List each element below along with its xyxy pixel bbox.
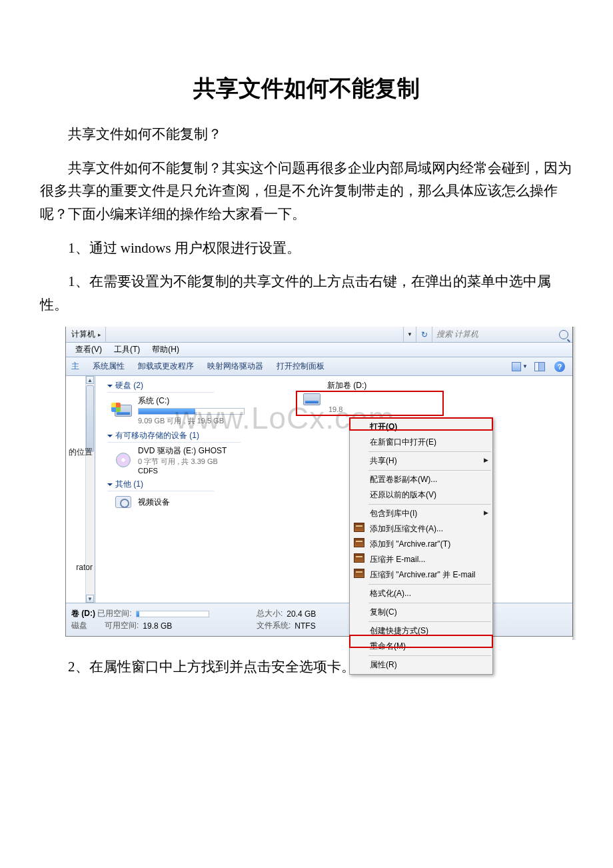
step1-body: 1、在需要设置为不能复制的共享文件的上方点击右键，在弹出的菜单中选中属性。 [40,270,573,316]
archive-icon [354,553,364,563]
search-icon [559,330,568,339]
group-other[interactable]: 其他 (1) [107,479,214,491]
details-fs-val: NTFS [295,621,315,631]
drive-dvd-info: 0 字节 可用 , 共 3.39 GB [138,457,227,467]
cmd-system-properties[interactable]: 系统属性 [86,361,131,372]
cmd-uninstall[interactable]: 卸载或更改程序 [131,361,201,372]
ctx-open-new-window[interactable]: 在新窗口中打开(E) [350,435,492,450]
details-used-bar [136,611,209,617]
group-collapse-icon [107,435,113,437]
drive-c-label: 系统 (C:) [138,395,245,407]
nav-pane: ▲ ▼ 的位置 rator [66,376,95,603]
nav-item-fragment-2: rator [76,563,93,572]
archive-icon [354,523,364,532]
preview-pane-button[interactable] [531,360,548,373]
drive-c-info: 9.09 GB 可用 , 共 19.5 GB [138,416,245,426]
details-pane: 卷 (D:) 已用空间: 磁盘 可用空间: 19.8 GB 总大小: 20.4 … [66,603,572,636]
ctx-shadow-copy[interactable]: 配置卷影副本(W)... [350,472,492,487]
drive-c[interactable]: 系统 (C:) 9.09 GB 可用 , 共 19.5 GB [114,395,274,426]
refresh-icon: ↻ [421,330,428,339]
details-free-val: 19.8 GB [143,621,172,631]
group-removable[interactable]: 有可移动存储的设备 (1) [107,430,241,443]
cmd-map-network[interactable]: 映射网络驱动器 [201,361,270,372]
step2: 2、在属性窗口中上方找到并点击安全选项卡。 [40,655,573,679]
scroll-down-icon[interactable]: ▼ [86,595,94,603]
drive-d-label[interactable]: 新加卷 (D:) [327,380,366,391]
annotation-highlight-open [349,417,493,431]
views-button[interactable]: ▼ [511,360,528,373]
group-harddisks[interactable]: 硬盘 (2) [107,380,214,393]
command-bar: 主 系统属性 卸载或更改程序 映射网络驱动器 打开控制面板 ▼ ? [66,357,572,376]
archive-icon [354,538,364,547]
archive-icon [354,569,364,578]
menu-view[interactable]: 查看(V) [75,344,102,355]
cmd-control-panel[interactable]: 打开控制面板 [270,361,331,372]
help-icon: ? [554,361,565,372]
address-bar: 计算机 ▸ ▼ ↻ 搜索 计算机 [66,327,572,343]
video-device[interactable]: 视频设备 [114,494,274,510]
details-used-label: 已用空间: [97,608,131,619]
group-collapse-icon [107,385,113,387]
menu-tools[interactable]: 工具(T) [114,344,140,355]
doc-title: 共享文件如何不能复制 [40,73,573,104]
scroll-thumb[interactable] [86,385,94,452]
drive-dvd-label: DVD 驱动器 (E:) GHOST [138,445,227,457]
refresh-button[interactable]: ↻ [416,327,432,342]
ctx-rar-mail[interactable]: 压缩并 E-mail... [350,552,492,567]
camera-icon [115,496,131,508]
ctx-copy[interactable]: 复制(C) [350,605,492,620]
ctx-rar-to[interactable]: 添加到 "Archive.rar"(T) [350,537,492,552]
menu-help[interactable]: 帮助(H) [152,344,179,355]
ctx-format[interactable]: 格式化(A)... [350,586,492,601]
main-pane: www.LoCx.com 硬盘 (2) 系统 (C:) 9.09 GB 可用 ,… [95,376,572,603]
ctx-include-library[interactable]: 包含到库中(I)▶ [350,506,492,521]
submenu-arrow-icon: ▶ [484,457,488,463]
cmd-cut-left: 主 [70,361,86,372]
annotation-highlight-selection [296,391,444,416]
help-button[interactable]: ? [551,360,568,373]
ctx-share[interactable]: 共享(H)▶ [350,453,492,469]
ctx-properties[interactable]: 属性(R) [350,657,492,673]
intro-short: 共享文件如何不能复制？ [40,123,573,146]
details-type: 磁盘 [71,620,87,631]
details-fs-label: 文件系统: [257,620,291,631]
screenshot-explorer: 计算机 ▸ ▼ ↻ 搜索 计算机 查看(V) 工具(T) 帮助(H) [40,327,573,637]
chevron-right-icon: ▸ [98,331,101,338]
drive-dvd[interactable]: DVD 驱动器 (E:) GHOST 0 字节 可用 , 共 3.39 GB C… [114,445,274,475]
menu-bar: 查看(V) 工具(T) 帮助(H) [66,343,572,357]
ctx-rar-add[interactable]: 添加到压缩文件(A)... [350,521,492,537]
details-title: 卷 (D:) [71,608,95,619]
drive-icon [115,405,132,417]
details-free-label: 可用空间: [105,620,139,631]
nav-item-fragment-1: 的位置 [69,447,93,458]
drive-dvd-fs: CDFS [138,467,227,475]
submenu-arrow-icon: ▶ [484,509,488,516]
ctx-rar-both[interactable]: 压缩到 "Archive.rar" 并 E-mail [350,567,492,583]
address-dropdown[interactable]: ▼ [404,327,416,342]
search-placeholder: 搜索 计算机 [436,329,478,340]
scroll-up-icon[interactable]: ▲ [86,376,94,384]
preview-pane-icon [534,362,545,371]
dvd-icon [116,453,131,467]
ctx-previous-versions[interactable]: 还原以前的版本(V) [350,487,492,503]
breadcrumb-root[interactable]: 计算机 ▸ [66,327,106,342]
details-size-label: 总大小: [257,608,283,619]
group-collapse-icon [107,483,113,486]
search-input[interactable]: 搜索 计算机 [432,327,572,342]
video-device-label: 视频设备 [138,497,170,508]
views-icon [512,362,521,371]
step1-heading: 1、通过 windows 用户权限进行设置。 [40,237,573,260]
intro-long: 共享文件如何不能复制？其实这个问题再很多企业内部局域网内经常会碰到，因为很多共享… [40,157,573,226]
annotation-highlight-properties [349,635,493,648]
drive-c-usage-bar [138,408,245,415]
details-size-val: 20.4 GB [287,609,316,619]
breadcrumb-label: 计算机 [71,329,95,340]
